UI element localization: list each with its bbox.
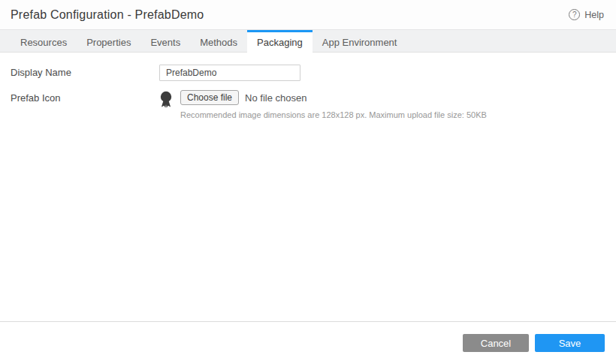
tab-app-environment[interactable]: App Environment [313,30,407,52]
help-question-icon: ? [569,9,580,20]
file-chooser: Choose file No file chosen Recommended i… [180,90,487,119]
dialog-footer: Cancel Save [0,321,616,364]
dialog-header: Prefab Configuration - PrefabDemo ? Help [0,0,616,30]
tab-resources[interactable]: Resources [11,30,77,52]
file-chooser-row: Choose file No file chosen [180,90,487,105]
prefab-configuration-dialog: Prefab Configuration - PrefabDemo ? Help… [0,0,616,364]
choose-file-button[interactable]: Choose file [180,90,239,105]
no-file-chosen-text: No file chosen [245,92,306,104]
upload-hint-text: Recommended image dimensions are 128x128… [180,110,487,119]
display-name-input[interactable] [159,65,300,81]
save-button[interactable]: Save [535,334,605,352]
prefab-icon-block: Choose file No file chosen Recommended i… [159,90,487,119]
prefab-icon-label: Prefab Icon [11,90,159,107]
help-button[interactable]: ? Help [569,9,604,20]
prefab-icon-row: Prefab Icon Choose file No file chosen R… [11,90,616,119]
page-title: Prefab Configuration - PrefabDemo [11,8,204,22]
tab-bar: Resources Properties Events Methods Pack… [0,30,616,53]
display-name-label: Display Name [11,65,159,81]
cancel-button[interactable]: Cancel [463,334,529,352]
display-name-row: Display Name [11,65,616,81]
tab-packaging[interactable]: Packaging [247,30,313,53]
tab-properties[interactable]: Properties [77,30,140,52]
award-ribbon-icon [159,91,173,109]
help-label: Help [584,10,604,20]
tab-events[interactable]: Events [140,30,190,52]
packaging-tab-panel: Display Name Prefab Icon Choose file No … [0,53,616,321]
tab-methods[interactable]: Methods [190,30,247,52]
